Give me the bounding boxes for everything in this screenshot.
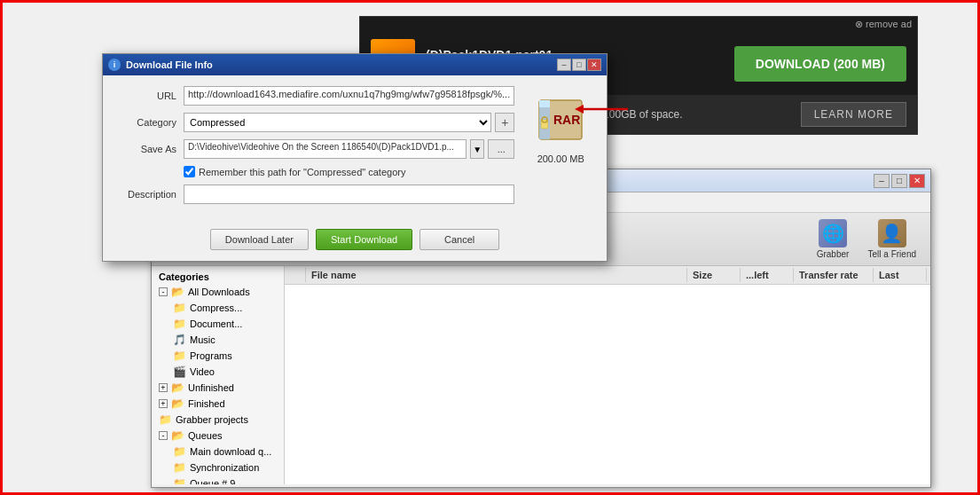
- start-download-button[interactable]: Start Download: [316, 229, 412, 250]
- dialog-minimize-button[interactable]: –: [557, 59, 571, 71]
- dialog-body: URL http://download1643.mediafire.com/ux…: [103, 75, 607, 222]
- dialog-buttons: Download Later Start Download Cancel: [103, 222, 607, 261]
- save-as-label: Save As: [117, 144, 184, 154]
- category-row: Category Compressed +: [117, 113, 514, 132]
- svg-rect-3: [539, 100, 550, 107]
- url-field[interactable]: http://download1643.mediafire.com/uxnu1q…: [184, 86, 514, 106]
- url-label: URL: [117, 90, 184, 101]
- download-file-info-dialog: i Download File Info – □ ✕ URL http://do…: [102, 53, 608, 262]
- download-later-button[interactable]: Download Later: [210, 229, 309, 250]
- remember-row: Remember this path for "Compressed" cate…: [117, 166, 514, 177]
- save-as-dropdown-arrow[interactable]: ▼: [470, 139, 484, 159]
- description-row: Description: [117, 185, 514, 204]
- save-as-row: Save As D:\Videohive\Videohive On the Sc…: [117, 139, 514, 159]
- dialog-overlay: i Download File Info – □ ✕ URL http://do…: [0, 0, 980, 495]
- category-select[interactable]: Compressed: [184, 113, 491, 132]
- browser-background: ⊗ remove ad 🗜 (D)Pack1DVD1.part01 ↗ 🔗 DO…: [0, 0, 980, 495]
- description-field[interactable]: [184, 185, 514, 204]
- svg-marker-8: [575, 105, 584, 114]
- description-label: Description: [117, 189, 184, 200]
- dialog-titlebar: i Download File Info – □ ✕: [103, 54, 607, 75]
- category-label: Category: [117, 117, 184, 128]
- remember-label: Remember this path for "Compressed" cate…: [199, 167, 405, 177]
- add-category-button[interactable]: +: [495, 113, 514, 132]
- red-arrow-indicator: [575, 100, 637, 118]
- save-as-field[interactable]: D:\Videohive\Videohive On the Screen 118…: [184, 139, 466, 159]
- browse-button[interactable]: ...: [488, 139, 514, 159]
- remember-checkbox[interactable]: [184, 166, 195, 177]
- dialog-right-panel: RAR 200.00 MB: [525, 86, 596, 211]
- dialog-title-text: Download File Info: [126, 59, 213, 70]
- dialog-close-button[interactable]: ✕: [587, 59, 601, 71]
- cancel-button[interactable]: Cancel: [419, 229, 499, 250]
- dialog-logo-icon: i: [108, 59, 121, 71]
- url-row: URL http://download1643.mediafire.com/ux…: [117, 86, 514, 106]
- dialog-maximize-button[interactable]: □: [572, 59, 586, 71]
- dialog-window-controls: – □ ✕: [557, 59, 601, 71]
- file-size-label: 200.00 MB: [537, 153, 584, 164]
- dialog-form: URL http://download1643.mediafire.com/ux…: [117, 86, 514, 211]
